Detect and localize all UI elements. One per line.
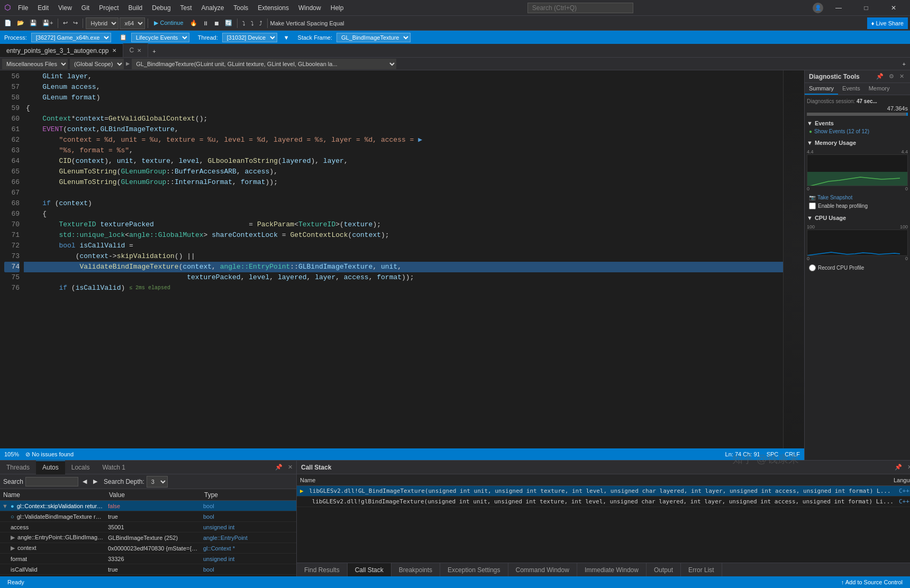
add-scope-button[interactable]: + [900, 58, 908, 70]
menu-view[interactable]: View [54, 3, 76, 13]
menu-git[interactable]: Git [77, 3, 94, 13]
code-editor[interactable]: 56 57 58 59 60 61 62 63 64 65 66 67 68 6… [0, 70, 804, 460]
bt-tab-output[interactable]: Output [647, 563, 681, 577]
search-prev-button[interactable]: ◀ [80, 476, 89, 488]
menu-analyze[interactable]: Analyze [197, 3, 229, 13]
heap-checkbox-input[interactable] [809, 203, 816, 209]
misc-files-dropdown[interactable]: Miscellaneous Files [2, 59, 68, 69]
menu-help[interactable]: Help [326, 3, 348, 13]
function-dropdown[interactable]: GL_BindImageTexture(GLuint unit, GLuint … [132, 59, 396, 69]
cs-row-0[interactable]: ▶ libGLESv2.dll!GL_BindImageTexture(unsi… [297, 486, 910, 497]
menu-tools[interactable]: Tools [229, 3, 252, 13]
hot-reload-button[interactable]: 🔥 [188, 17, 199, 29]
tab-watch1[interactable]: Watch 1 [96, 461, 132, 474]
take-snapshot-link[interactable]: 📷 Take Snapshot [807, 194, 908, 201]
user-avatar[interactable]: 👤 [813, 3, 823, 13]
stop-button[interactable]: ⏹ [212, 17, 222, 29]
bt-tab-command-window[interactable]: Command Window [508, 563, 577, 577]
bt-tab-error-list[interactable]: Error List [681, 563, 722, 577]
tab-close-c[interactable]: ✕ [137, 48, 141, 53]
cs-close-button[interactable]: ✕ [906, 463, 910, 471]
stack-frame-dropdown[interactable]: GL_BindImageTexture [336, 33, 411, 42]
platform-dropdown[interactable]: x64 [120, 17, 145, 29]
diag-close-button[interactable]: ✕ [898, 72, 906, 80]
step-out-button[interactable]: ⤴ [257, 17, 265, 29]
show-events-link[interactable]: ● Show Events (12 of 12) [807, 127, 908, 135]
open-button[interactable]: 📂 [15, 17, 26, 29]
diag-tab-memory[interactable]: Memory [865, 83, 894, 95]
menu-test[interactable]: Test [176, 3, 196, 13]
table-row[interactable]: isCallValid true bool [0, 564, 296, 575]
add-source-control[interactable]: ↑ Add to Source Control [838, 579, 906, 585]
menu-edit[interactable]: Edit [33, 3, 53, 13]
code-lines[interactable]: GLint layer, GLenum access, GLenum forma… [24, 70, 783, 448]
autos-search-input[interactable] [25, 477, 78, 486]
diag-pin-button[interactable]: 📌 [875, 72, 885, 80]
continue-button[interactable]: ▶ Continue [151, 19, 186, 27]
cs-pin-button[interactable]: 📌 [893, 463, 904, 471]
bt-tab-call-stack[interactable]: Call Stack [348, 563, 392, 577]
cs-row-1[interactable]: libGLESv2.dll!glBindImageTexture(unsigne… [297, 497, 910, 507]
tab-locals[interactable]: Locals [65, 461, 96, 474]
table-row[interactable]: ▼ ● gl::Context::skipValidation returned… [0, 501, 296, 511]
table-row[interactable]: format 33326 unsigned int [0, 554, 296, 564]
cpu-section-title[interactable]: ▼ CPU Usage [807, 214, 908, 222]
bt-tab-exception-settings[interactable]: Exception Settings [440, 563, 508, 577]
table-row[interactable]: access 35001 unsigned int [0, 522, 296, 532]
save-all-button[interactable]: 💾+ [40, 17, 55, 29]
global-scope-dropdown[interactable]: (Global Scope) [70, 59, 124, 69]
menu-file[interactable]: File [14, 3, 32, 13]
tab-autos[interactable]: Autos [36, 461, 65, 474]
autos-pin-button[interactable]: 📌 [274, 463, 284, 471]
filter-icon[interactable]: ▼ [284, 34, 289, 41]
menu-debug[interactable]: Debug [148, 3, 175, 13]
close-button[interactable]: ✕ [881, 0, 906, 16]
add-tab-button[interactable]: + [150, 45, 158, 57]
ready-status[interactable]: Ready [4, 579, 28, 585]
search-next-button[interactable]: ▶ [91, 476, 99, 488]
menu-project[interactable]: Project [95, 3, 123, 13]
undo-button[interactable]: ↩ [61, 17, 70, 29]
redo-button[interactable]: ↪ [71, 17, 80, 29]
save-button[interactable]: 💾 [28, 17, 39, 29]
pause-button[interactable]: ⏸ [201, 17, 211, 29]
new-file-button[interactable]: 📄 [2, 17, 14, 29]
menu-build[interactable]: Build [124, 3, 147, 13]
bt-tab-breakpoints[interactable]: Breakpoints [392, 563, 440, 577]
tab-entry-points[interactable]: entry_points_gles_3_1_autogen.cpp ✕ [0, 43, 123, 57]
code-line-62: "context = %d, unit = %u, texture = %u, … [24, 135, 783, 145]
bt-tab-immediate-window[interactable]: Immediate Window [577, 563, 647, 577]
enable-heap-checkbox[interactable]: Enable heap profiling [807, 201, 908, 210]
autos-close-button[interactable]: ✕ [286, 463, 294, 471]
tab-close-entry[interactable]: ✕ [112, 48, 116, 53]
table-row[interactable]: ○ gl::ValidateBindImageTexture returned … [0, 511, 296, 522]
config-dropdown[interactable]: Hybrid [86, 17, 119, 29]
diag-settings-button[interactable]: ⚙ [887, 72, 896, 80]
tab-threads[interactable]: Threads [0, 461, 36, 474]
zoom-level: 105% [4, 451, 19, 457]
step-over-button[interactable]: ⤵ [240, 17, 248, 29]
table-row[interactable]: ▶ angle::EntryPoint::GLBindImageTexture … [0, 532, 296, 543]
table-row[interactable]: ▶ context 0x0000023edf470830 {mState={mI… [0, 543, 296, 554]
lifecycle-dropdown[interactable]: Lifecycle Events [131, 33, 189, 42]
memory-section-title[interactable]: ▼ Memory Usage [807, 139, 908, 147]
liveshare-button[interactable]: ♦ Live Share [867, 17, 908, 29]
diag-tab-events[interactable]: Events [838, 83, 865, 95]
maximize-button[interactable]: □ [854, 0, 878, 16]
cpu-radio-input[interactable] [809, 264, 816, 271]
bt-tab-find-results[interactable]: Find Results [297, 563, 348, 577]
thread-dropdown[interactable]: [31032] Device [222, 33, 277, 42]
search-input[interactable] [527, 3, 633, 13]
minimize-button[interactable]: — [826, 0, 851, 16]
diag-tab-summary[interactable]: Summary [805, 83, 838, 95]
events-chevron: ▼ [807, 120, 813, 126]
events-section-title[interactable]: ▼ Events [807, 119, 908, 127]
restart-button[interactable]: 🔄 [223, 17, 234, 29]
process-dropdown[interactable]: [36272] Game_x64h.exe [31, 33, 111, 42]
menu-extensions[interactable]: Extensions [253, 3, 293, 13]
step-into-button[interactable]: ⤵ [249, 17, 256, 29]
search-depth-dropdown[interactable]: 3 [147, 476, 168, 488]
menu-window[interactable]: Window [294, 3, 325, 13]
record-cpu-checkbox[interactable]: Record CPU Profile [807, 263, 908, 272]
tab-c[interactable]: C ✕ [123, 43, 149, 57]
